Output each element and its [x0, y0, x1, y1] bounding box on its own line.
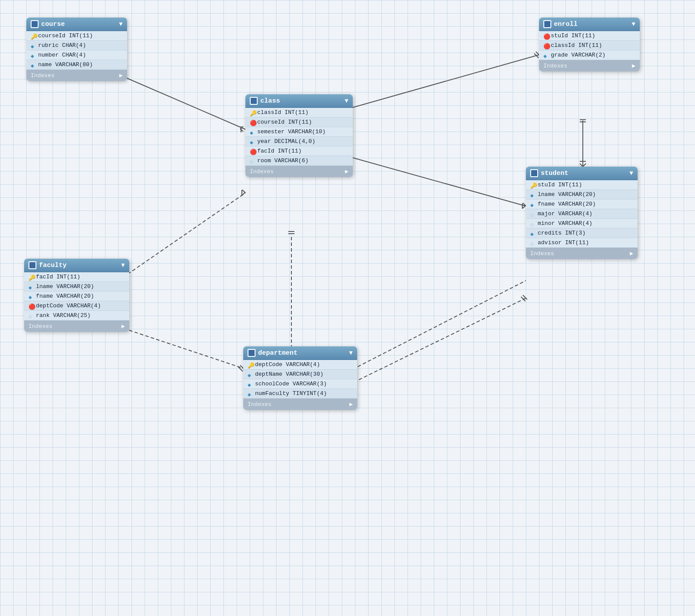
table-faculty-name: faculty — [39, 262, 67, 269]
svg-line-44 — [337, 281, 526, 377]
student-field-lname: ◆ lname VARCHAR(20) — [526, 190, 638, 199]
student-field-minor: ◇ minor VARCHAR(4) — [526, 219, 638, 228]
table-enroll-body: 🔴 stuId INT(11) 🔴 classId INT(11) ◆ grad… — [539, 31, 640, 60]
table-class-body: 🔑 classId INT(11) 🔴 courseId INT(11) ◆ s… — [245, 108, 353, 166]
indexes-chevron: ▶ — [349, 401, 353, 408]
table-department-body: 🔑 deptCode VARCHAR(4) ◆ deptName VARCHAR… — [243, 360, 357, 399]
class-field-courseId: 🔴 courseId INT(11) — [245, 118, 353, 127]
diamond-icon: ◆ — [248, 391, 253, 396]
diamond-icon: ◆ — [530, 202, 535, 207]
class-field-facId: 🔴 facId INT(11) — [245, 146, 353, 156]
table-faculty-header: faculty ▼ — [24, 259, 129, 272]
table-enroll-name: enroll — [554, 21, 578, 28]
table-faculty-icon — [28, 261, 36, 269]
student-field-credits: ◆ credits INT(3) — [526, 228, 638, 238]
table-department: department ▼ 🔑 deptCode VARCHAR(4) ◆ dep… — [243, 346, 357, 410]
table-student-icon — [530, 169, 538, 177]
indexes-chevron: ▶ — [632, 62, 635, 69]
diamond-icon: ◆ — [31, 53, 36, 58]
table-enroll-icon — [543, 20, 551, 28]
table-enroll-header: enroll ▼ — [539, 18, 640, 31]
table-student-indexes[interactable]: Indexes ▶ — [526, 248, 638, 259]
key-icon: 🔑 — [28, 274, 34, 280]
svg-line-21 — [523, 205, 526, 208]
table-student-body: 🔑 stuId INT(11) ◆ lname VARCHAR(20) ◆ fn… — [526, 180, 638, 248]
course-field-courseId: 🔑 courseId INT(11) — [26, 31, 127, 41]
svg-line-17 — [337, 153, 526, 206]
class-field-classId: 🔑 classId INT(11) — [245, 108, 353, 118]
diamond-empty-icon: ◇ — [28, 313, 34, 318]
diamond-icon: ◆ — [248, 381, 253, 387]
diamond-icon: ◆ — [248, 372, 253, 377]
enroll-field-stuId: 🔴 stuId INT(11) — [539, 31, 640, 41]
diamond-icon: ◆ — [31, 62, 36, 68]
class-dropdown-arrow[interactable]: ▼ — [345, 97, 348, 104]
table-faculty-indexes[interactable]: Indexes ▶ — [24, 320, 129, 332]
svg-line-38 — [337, 298, 526, 390]
fk-icon: 🔴 — [250, 149, 255, 154]
student-field-major: ◇ major VARCHAR(4) — [526, 209, 638, 219]
svg-line-10 — [534, 53, 539, 58]
department-field-schoolCode: ◆ schoolCode VARCHAR(3) — [243, 379, 357, 389]
table-enroll-indexes[interactable]: Indexes ▶ — [539, 60, 640, 71]
faculty-dropdown-arrow[interactable]: ▼ — [121, 262, 125, 269]
indexes-chevron: ▶ — [121, 323, 125, 330]
table-student-name: student — [541, 170, 568, 177]
department-dropdown-arrow[interactable]: ▼ — [349, 349, 353, 356]
student-field-stuId: 🔑 stuId INT(11) — [526, 180, 638, 190]
department-field-deptCode: 🔑 deptCode VARCHAR(4) — [243, 360, 357, 370]
student-field-advisor: ◇ advisor INT(11) — [526, 238, 638, 248]
diamond-icon: ◆ — [28, 294, 34, 299]
department-field-numFaculty: ◆ numFaculty TINYINT(4) — [243, 389, 357, 399]
svg-line-4 — [240, 128, 243, 132]
indexes-chevron: ▶ — [630, 250, 633, 257]
fk-icon: 🔴 — [28, 303, 34, 309]
table-course-name: course — [41, 21, 65, 28]
course-field-name: ◆ name VARCHAR(80) — [26, 60, 127, 70]
table-student: student ▼ 🔑 stuId INT(11) ◆ lname VARCHA… — [526, 167, 638, 259]
fk-icon: 🔴 — [250, 120, 255, 125]
svg-line-23 — [118, 193, 245, 281]
table-class-header: class ▼ — [245, 94, 353, 108]
faculty-field-deptCode: 🔴 deptCode VARCHAR(4) — [24, 301, 129, 311]
class-field-room: ◇ room VARCHAR(6) — [245, 156, 353, 166]
table-department-indexes[interactable]: Indexes ▶ — [243, 399, 357, 410]
indexes-chevron: ▶ — [119, 72, 123, 79]
student-dropdown-arrow[interactable]: ▼ — [630, 170, 633, 177]
diamond-icon: ◆ — [530, 192, 535, 197]
diamond-empty-icon: ◇ — [530, 221, 535, 226]
table-enroll: enroll ▼ 🔴 stuId INT(11) 🔴 classId INT(1… — [539, 18, 640, 71]
indexes-chevron: ▶ — [345, 168, 348, 175]
class-field-year: ◆ year DECIMAL(4,0) — [245, 137, 353, 146]
enroll-field-grade: ◆ grade VARCHAR(2) — [539, 50, 640, 60]
diamond-icon: ◆ — [530, 231, 535, 236]
enroll-field-classId: 🔴 classId INT(11) — [539, 41, 640, 50]
enroll-dropdown-arrow[interactable]: ▼ — [632, 21, 635, 28]
diamond-icon: ◆ — [543, 53, 549, 58]
svg-line-0 — [124, 77, 245, 129]
table-class: class ▼ 🔑 classId INT(11) 🔴 courseId INT… — [245, 94, 353, 177]
svg-line-6 — [337, 55, 539, 112]
table-department-icon — [248, 349, 255, 357]
course-dropdown-arrow[interactable]: ▼ — [119, 21, 123, 28]
fk-icon: 🔴 — [543, 33, 549, 39]
svg-line-29 — [118, 327, 243, 368]
diamond-icon: ◆ — [28, 284, 34, 289]
table-course-header: course ▼ — [26, 18, 127, 31]
table-course-body: 🔑 courseId INT(11) ◆ rubric CHAR(4) ◆ nu… — [26, 31, 127, 70]
faculty-field-rank: ◇ rank VARCHAR(25) — [24, 311, 129, 320]
table-class-indexes[interactable]: Indexes ▶ — [245, 166, 353, 177]
diamond-icon: ◆ — [250, 129, 255, 135]
svg-line-20 — [523, 203, 526, 206]
faculty-field-fname: ◆ fname VARCHAR(20) — [24, 292, 129, 301]
diamond-empty-icon: ◇ — [530, 211, 535, 217]
diamond-icon: ◆ — [250, 139, 255, 144]
key-icon: 🔑 — [248, 362, 253, 367]
key-icon: 🔑 — [250, 110, 255, 115]
table-course: course ▼ 🔑 courseId INT(11) ◆ rubric CHA… — [26, 18, 127, 81]
student-field-fname: ◆ fname VARCHAR(20) — [526, 199, 638, 209]
faculty-field-lname: ◆ lname VARCHAR(20) — [24, 282, 129, 292]
svg-line-13 — [583, 164, 586, 167]
table-course-indexes[interactable]: Indexes ▶ — [26, 70, 127, 81]
table-course-icon — [31, 20, 39, 28]
